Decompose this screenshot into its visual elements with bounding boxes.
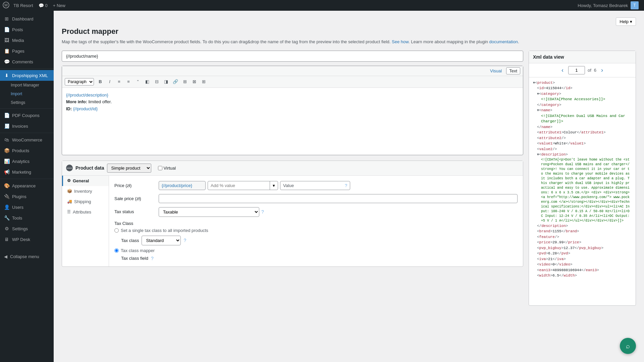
align-center-btn[interactable]: ⊟ (152, 77, 161, 86)
virtual-checkbox[interactable] (158, 166, 162, 170)
xml-line-description-close: </description> (533, 223, 630, 229)
unordered-list-btn[interactable]: ≡ (115, 77, 123, 86)
wp-editor: Visual Text Paragraph B I ≡ ≡ " ◧ ⊟ (62, 66, 523, 155)
comment-icon: 💬 (39, 3, 44, 8)
product-type-select[interactable]: Simple product Variable product (107, 164, 151, 173)
sidebar-item-appearance[interactable]: 🎨 Appearance (0, 180, 54, 191)
radio-single-text: Set a single tax class to all imported p… (121, 228, 208, 233)
paragraph-select[interactable]: Paragraph (65, 78, 94, 85)
sidebar-item-tools[interactable]: 🔧 Tools (0, 213, 54, 223)
help-icon-tax-class[interactable]: ? (183, 238, 186, 243)
pd-tab-general[interactable]: ⚙ General (62, 176, 109, 186)
admin-bar: W TB Resort 💬 0 + New Howdy, Tomasz Bedn… (0, 0, 644, 11)
table-btn-2[interactable]: ⊠ (190, 77, 199, 86)
sidebar-item-comments[interactable]: 💬 Comments (0, 56, 54, 67)
xml-scroll-area[interactable]: ▼<product> <id>4115044</id> ▼<category> … (529, 77, 636, 305)
pdf-icon: 📄 (4, 113, 9, 118)
sale-price-label: Sale price (zł) (114, 194, 155, 201)
product-name-input[interactable] (62, 51, 523, 62)
pd-tab-attributes[interactable]: ☰ Attributes (62, 207, 109, 217)
sidebar-item-pages[interactable]: 📋 Pages (0, 46, 54, 56)
sidebar-item-media[interactable]: 🖼 Media (0, 35, 54, 46)
sidebar-item-settings-drop[interactable]: Settings (0, 98, 54, 107)
xml-page-input[interactable] (568, 66, 585, 74)
percent-dropdown-btn[interactable]: ▾ (270, 181, 278, 190)
sidebar-item-invoices[interactable]: 🧾 Invoices (0, 121, 54, 131)
table-btn-1[interactable]: ⊞ (180, 77, 189, 86)
site-name-link[interactable]: TB Resort (11, 3, 36, 8)
help-icon-tax[interactable]: ? (261, 209, 264, 215)
xml-total-pages: 6 (594, 68, 596, 73)
italic-btn[interactable]: I (105, 77, 114, 86)
xml-prev-btn[interactable]: ‹ (559, 66, 566, 74)
table-btn-3[interactable]: ⊞ (199, 77, 208, 86)
tab-text[interactable]: Text (506, 67, 520, 74)
sidebar-item-users[interactable]: 👤 Users (0, 202, 54, 213)
sidebar-item-wp-desk[interactable]: 🖥 WP Desk (0, 234, 54, 245)
menu-separator-2 (0, 108, 54, 109)
radio-single[interactable] (114, 228, 119, 233)
tab-visual[interactable]: Visual (487, 67, 505, 74)
sidebar-item-marketing[interactable]: 📢 Marketing (0, 167, 54, 177)
product-data-title: Product data (75, 165, 104, 171)
xml-next-btn[interactable]: › (599, 66, 605, 74)
xml-line-category-close: </category> (533, 102, 630, 108)
product-data-header: — Product data Simple product Variable p… (62, 161, 523, 176)
collapse-product-data-btn[interactable]: — (66, 165, 73, 171)
add-percent-input[interactable] (208, 181, 270, 190)
sidebar-item-analytics[interactable]: 📊 Analytics (0, 156, 54, 167)
sidebar-item-dropshipping[interactable]: ⬇ Dropshipping XML (0, 70, 54, 81)
comments-link[interactable]: 💬 0 (36, 3, 50, 8)
search-icon: ⌕ (626, 342, 630, 350)
invoices-icon: 🧾 (4, 123, 9, 129)
align-right-btn[interactable]: ◨ (162, 77, 170, 86)
new-content-link[interactable]: + New (50, 3, 68, 8)
sidebar-item-woocommerce[interactable]: 🛍 WooCommerce (0, 134, 54, 145)
xml-line-width: <width>6.5</width> (533, 273, 630, 279)
bold-btn[interactable]: B (96, 77, 105, 86)
sidebar-item-import[interactable]: Import (0, 89, 54, 98)
tax-status-select[interactable]: Taxable Shipping only None (159, 207, 259, 217)
tax-class-section-label: Tax Class (114, 221, 518, 226)
price-row: Price (zł) ▾ ? (114, 181, 518, 190)
shipping-icon: 🚚 (67, 199, 72, 204)
value-input[interactable] (280, 181, 342, 190)
xml-of-text: of (588, 68, 591, 73)
radio-mapper[interactable] (114, 248, 119, 253)
price-inputs: ▾ ? (159, 181, 518, 190)
product-data-section: — Product data Simple product Variable p… (62, 161, 523, 267)
collapse-menu-btn[interactable]: ◀ Collapse menu (0, 251, 54, 262)
radio-single-label[interactable]: Set a single tax class to all imported p… (114, 228, 518, 233)
help-button[interactable]: Help ▾ (616, 17, 636, 26)
sidebar-item-pdf-coupons[interactable]: 📄 PDF Coupons (0, 110, 54, 121)
editor-content-area[interactable]: {//product/description} More info: limit… (62, 88, 523, 155)
blockquote-btn[interactable]: " (133, 77, 142, 86)
pd-tab-general-label: General (73, 178, 89, 183)
settings-icon: ⚙ (4, 226, 9, 231)
fab-search-btn[interactable]: ⌕ (620, 338, 636, 354)
svg-text:W: W (4, 3, 8, 7)
documentation-link[interactable]: documentation (489, 39, 518, 44)
sidebar-item-settings[interactable]: ⚙ Settings (0, 223, 54, 234)
help-icon-tax-field[interactable]: ? (151, 256, 154, 261)
link-btn[interactable]: 🔗 (171, 77, 180, 86)
sidebar-item-label: WP Desk (12, 237, 30, 242)
pd-tab-shipping[interactable]: 🚚 Shipping (62, 196, 109, 207)
radio-mapper-label[interactable]: Tax class mapper (114, 248, 518, 253)
see-how-link[interactable]: See how (392, 39, 409, 44)
help-icon-price[interactable]: ? (342, 182, 350, 189)
sidebar-item-dashboard[interactable]: ⊞ Dashboard (0, 13, 54, 24)
pd-tab-inventory[interactable]: 📦 Inventory (62, 186, 109, 196)
main-content: Help ▾ Product mapper Map the tags of th… (54, 11, 644, 362)
sidebar-item-label: Settings (12, 226, 28, 231)
sale-price-input[interactable] (159, 194, 518, 203)
sidebar-item-posts[interactable]: 📄 Posts (0, 24, 54, 35)
ordered-list-btn[interactable]: ≡ (124, 77, 133, 86)
align-left-btn[interactable]: ◧ (143, 77, 152, 86)
sidebar-item-plugins[interactable]: 🔌 Plugins (0, 191, 54, 202)
tax-class-select[interactable]: Standard Reduced rate Zero rate (142, 236, 181, 245)
editor-tabs: Visual Text (62, 66, 523, 76)
sidebar-item-import-manager[interactable]: Import Manager (0, 81, 54, 89)
price-tag-input[interactable] (159, 181, 206, 190)
sidebar-item-products[interactable]: 📦 Products (0, 145, 54, 156)
